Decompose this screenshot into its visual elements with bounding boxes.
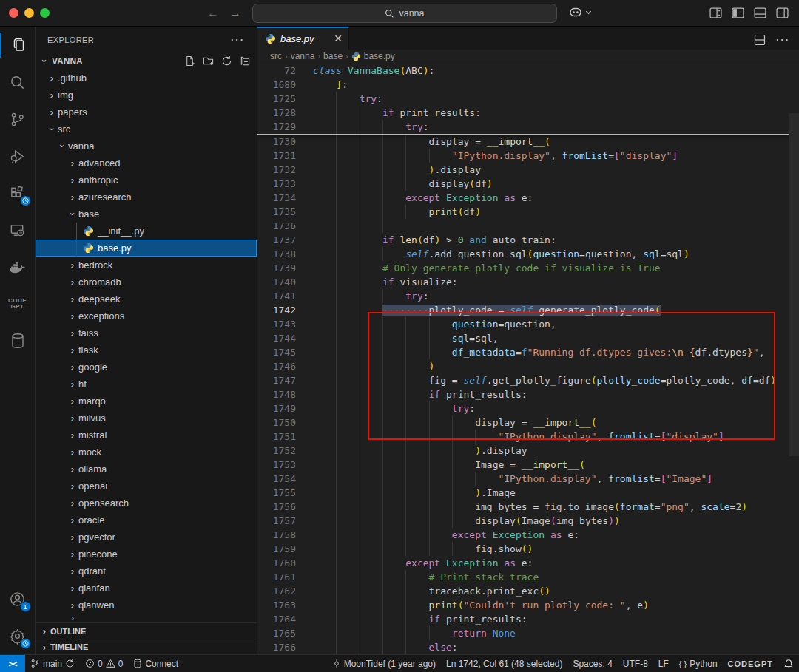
code-line-1728[interactable]: 1728 if print_results: — [257, 106, 799, 120]
line-number[interactable]: 1729 — [257, 120, 296, 134]
line-number[interactable]: 1734 — [257, 191, 296, 205]
connect-status[interactable]: Connect — [128, 655, 183, 672]
line-number[interactable]: 1740 — [257, 275, 296, 289]
code-line-1734[interactable]: 1734 except Exception as e: — [257, 191, 799, 205]
code-line-1756[interactable]: 1756 img_bytes = fig.to_image(format="pn… — [257, 500, 799, 514]
forward-button[interactable]: → — [229, 7, 241, 20]
line-number[interactable]: 1744 — [257, 331, 296, 345]
line-number[interactable]: 1762 — [257, 584, 296, 598]
tree-item-chromadb[interactable]: ›chromadb — [36, 274, 257, 291]
line-number[interactable]: 1760 — [257, 556, 296, 570]
line-number[interactable]: 1757 — [257, 514, 296, 528]
code-line-1741[interactable]: 1741 try: — [257, 289, 799, 303]
code-line-1763[interactable]: 1763 print("Couldn't run plotly code: ",… — [257, 598, 799, 612]
code-line-1733[interactable]: 1733 display(df) — [257, 177, 799, 191]
line-number[interactable]: 1746 — [257, 359, 296, 373]
line-number[interactable]: 1751 — [257, 430, 296, 444]
codegpt-activity-button[interactable]: CODEGPT — [0, 285, 36, 322]
code-line-1730[interactable]: 1730 display = __import__( — [257, 135, 799, 149]
outline-panel-header[interactable]: › OUTLINE — [36, 623, 257, 639]
code-line-1764[interactable]: 1764 if print_results: — [257, 612, 799, 626]
code-line-1742[interactable]: 1742 ········plotly_code = self.generate… — [257, 303, 799, 317]
minimize-window-button[interactable] — [24, 8, 34, 18]
line-content[interactable]: "IPython.display", fromList=["display"] — [296, 149, 799, 163]
accounts-button[interactable]: 1 — [0, 580, 36, 617]
code-line-1754[interactable]: 1754 "IPython.display", fromlist=["Image… — [257, 472, 799, 486]
line-number[interactable]: 1754 — [257, 472, 296, 486]
tree-item-deepseek[interactable]: ›deepseek — [36, 291, 257, 308]
code-line-1735[interactable]: 1735 print(df) — [257, 205, 799, 219]
line-number[interactable]: 1759 — [257, 542, 296, 556]
sticky-scroll[interactable]: 72class VannaBase(ABC):1680 ]:1725 try:1… — [257, 64, 799, 135]
timeline-panel-header[interactable]: › TIMELINE — [36, 639, 257, 654]
breadcrumb-vanna[interactable]: vanna — [291, 51, 315, 61]
line-number[interactable]: 1735 — [257, 205, 296, 219]
close-window-button[interactable] — [9, 8, 18, 18]
breadcrumb-base[interactable]: base — [323, 51, 343, 61]
eol-status[interactable]: LF — [653, 655, 674, 672]
line-number[interactable]: 1766 — [257, 640, 296, 654]
code-lines[interactable]: 1730 display = __import__(1731 "IPython.… — [257, 135, 799, 654]
line-content[interactable]: df_metadata=f"Running df.dtypes gives:\n… — [296, 345, 799, 359]
line-number[interactable]: 1748 — [257, 387, 296, 401]
new-folder-icon[interactable] — [203, 55, 214, 67]
line-content[interactable]: ) — [296, 359, 799, 373]
code-line-1736[interactable]: 1736 — [257, 219, 799, 233]
line-number[interactable]: 1725 — [257, 92, 296, 106]
tree-item-bedrock[interactable]: ›bedrock — [36, 257, 257, 274]
line-number[interactable]: 1743 — [257, 317, 296, 331]
line-number[interactable]: 72 — [257, 64, 296, 78]
code-line-1739[interactable]: 1739 # Only generate plotly code if visu… — [257, 261, 799, 275]
tree-item-qianfan[interactable]: ›qianfan — [36, 580, 257, 597]
line-number[interactable]: 1753 — [257, 458, 296, 472]
line-content[interactable]: except Exception as e: — [296, 556, 799, 570]
line-content[interactable]: fig = self.get_plotly_figure(plotly_code… — [296, 373, 799, 387]
line-number[interactable]: 1736 — [257, 219, 296, 233]
code-line-1749[interactable]: 1749 try: — [257, 401, 799, 415]
line-content[interactable]: return None — [296, 626, 799, 640]
collapse-all-icon[interactable] — [240, 55, 251, 67]
code-line-1765[interactable]: 1765 return None — [257, 626, 799, 640]
code-line-1752[interactable]: 1752 ).display — [257, 444, 799, 458]
line-content[interactable]: class VannaBase(ABC): — [296, 64, 799, 78]
code-line-1746[interactable]: 1746 ) — [257, 359, 799, 373]
code-line-1738[interactable]: 1738 self.add_question_sql(question=ques… — [257, 247, 799, 261]
code-line-1762[interactable]: 1762 traceback.print_exc() — [257, 584, 799, 598]
branch-status[interactable]: main — [25, 655, 80, 672]
line-content[interactable]: try: — [296, 401, 799, 415]
source-control-activity-button[interactable] — [0, 101, 36, 138]
line-content[interactable]: if len(df) > 0 and auto_train: — [296, 233, 799, 247]
line-number[interactable]: 1749 — [257, 401, 296, 415]
tree-item-base[interactable]: ›base — [36, 206, 257, 223]
toggle-panel-icon[interactable] — [754, 7, 766, 19]
extensions-activity-button[interactable] — [0, 174, 36, 211]
line-content[interactable]: if print_results: — [296, 612, 799, 626]
tree-item-exceptions[interactable]: ›exceptions — [36, 308, 257, 325]
tree-item-pinecone[interactable]: ›pinecone — [36, 546, 257, 563]
line-content[interactable]: display = __import__( — [296, 135, 799, 149]
line-content[interactable]: ).display — [296, 163, 799, 177]
tree-item-advanced[interactable]: ›advanced — [36, 155, 257, 172]
line-content[interactable]: sql=sql, — [296, 331, 799, 345]
line-content[interactable]: try: — [296, 120, 799, 134]
line-content[interactable]: if visualize: — [296, 275, 799, 289]
line-content[interactable]: fig.show() — [296, 542, 799, 556]
indentation-status[interactable]: Spaces: 4 — [567, 655, 617, 672]
line-content[interactable]: ········plotly_code = self.generate_plot… — [296, 303, 799, 317]
line-content[interactable]: # Only generate plotly code if visualize… — [296, 261, 799, 275]
explorer-more-actions-icon[interactable]: ··· — [231, 34, 245, 45]
line-number[interactable]: 1728 — [257, 106, 296, 120]
line-number[interactable]: 1738 — [257, 247, 296, 261]
code-line-1725[interactable]: 1725 try: — [257, 92, 799, 106]
code-line-1731[interactable]: 1731 "IPython.display", fromList=["displ… — [257, 149, 799, 163]
line-number[interactable]: 1680 — [257, 78, 296, 92]
line-number[interactable]: 1761 — [257, 570, 296, 584]
tree-item-oracle[interactable]: ›oracle — [36, 512, 257, 529]
line-content[interactable]: traceback.print_exc() — [296, 584, 799, 598]
explorer-activity-button[interactable] — [0, 27, 36, 64]
line-content[interactable]: "IPython.display", fromlist=["Image"] — [296, 472, 799, 486]
line-number[interactable]: 1752 — [257, 444, 296, 458]
line-content[interactable]: print("Couldn't run plotly code: ", e) — [296, 598, 799, 612]
tree-item-vanna[interactable]: ›vanna — [36, 138, 257, 155]
code-line-1747[interactable]: 1747 fig = self.get_plotly_figure(plotly… — [257, 373, 799, 387]
